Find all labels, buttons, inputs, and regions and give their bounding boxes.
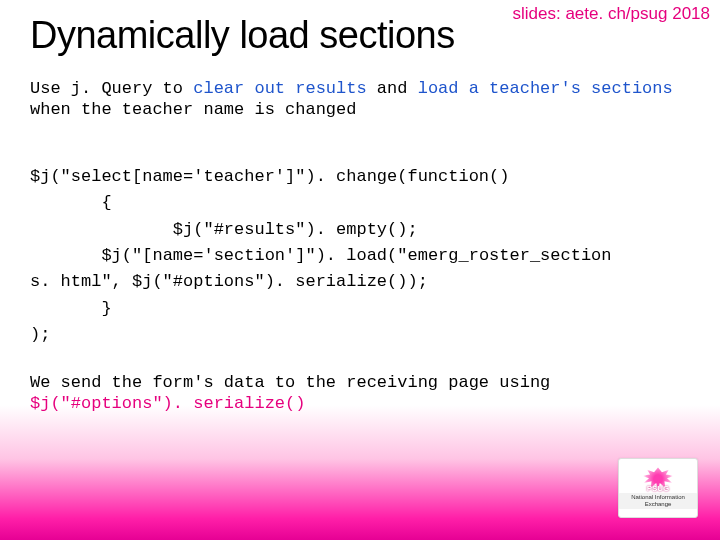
logo-caption: National Information Exchange: [619, 493, 697, 508]
code-line-2: {: [30, 193, 112, 212]
intro-part3: and: [367, 79, 418, 98]
code-line-4a: $j("[name='section']"). load("emerg_rost…: [30, 246, 612, 265]
outro-text: We send the form's data to the receiving…: [30, 372, 690, 415]
slides-link: slides: aete. ch/psug 2018: [512, 4, 710, 24]
intro-highlight-load: load a teacher's sections: [418, 79, 673, 98]
code-line-4b: s. html", $j("#options"). serialize());: [30, 272, 428, 291]
psug-logo: PSUG National Information Exchange: [618, 458, 698, 518]
code-line-1: $j("select[name='teacher']"). change(fun…: [30, 167, 509, 186]
code-block: $j("select[name='teacher']"). change(fun…: [30, 164, 690, 348]
code-line-5: }: [30, 299, 112, 318]
intro-part1: Use j. Query to: [30, 79, 193, 98]
intro-part5: when the teacher name is changed: [30, 100, 356, 119]
intro-highlight-clear: clear out results: [193, 79, 366, 98]
logo-brand: PSUG: [647, 485, 670, 494]
code-line-6: );: [30, 325, 50, 344]
outro-highlight-serialize: $j("#options"). serialize(): [30, 394, 305, 413]
outro-part1: We send the form's data to the receiving…: [30, 373, 550, 392]
page-title: Dynamically load sections: [30, 14, 455, 57]
intro-text: Use j. Query to clear out results and lo…: [30, 78, 690, 121]
code-line-3: $j("#results"). empty();: [30, 220, 418, 239]
slide: slides: aete. ch/psug 2018 Dynamically l…: [0, 0, 720, 540]
